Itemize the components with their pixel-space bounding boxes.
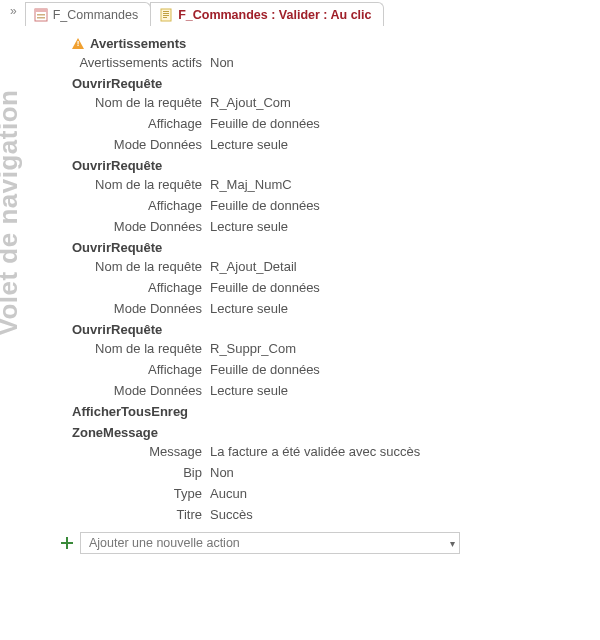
svg-rect-7 — [163, 15, 169, 16]
param-label: Mode Données — [60, 137, 210, 152]
param-value: Feuille de données — [210, 116, 590, 131]
macro-designer: Avertissements Avertissements actifs Non… — [60, 36, 590, 640]
add-action-icon — [60, 536, 74, 550]
param-row[interactable]: TypeAucun — [60, 486, 590, 501]
tab-f-commandes[interactable]: F_Commandes — [25, 2, 151, 26]
svg-rect-6 — [163, 13, 169, 14]
param-value: Succès — [210, 507, 590, 522]
macro-icon — [159, 8, 173, 22]
param-row[interactable]: Avertissements actifs Non — [60, 55, 590, 70]
svg-rect-8 — [163, 17, 167, 18]
param-value: Aucun — [210, 486, 590, 501]
param-row[interactable]: Nom de la requêteR_Ajout_Detail — [60, 259, 590, 274]
tab-strip: F_Commandes F_Commandes : Valider : Au c… — [25, 0, 385, 26]
param-row[interactable]: AffichageFeuille de données — [60, 116, 590, 131]
add-action-select[interactable]: Ajouter une nouvelle action ▾ — [80, 532, 460, 554]
param-value: R_Ajout_Detail — [210, 259, 590, 274]
macro-action[interactable]: ZoneMessage — [72, 425, 590, 440]
add-action-placeholder: Ajouter une nouvelle action — [89, 536, 240, 550]
param-label: Mode Données — [60, 383, 210, 398]
param-row[interactable]: Nom de la requêteR_Ajout_Com — [60, 95, 590, 110]
param-label: Avertissements actifs — [60, 55, 210, 70]
param-value: Non — [210, 465, 590, 480]
param-label: Affichage — [60, 280, 210, 295]
param-value: Lecture seule — [210, 137, 590, 152]
param-label: Type — [60, 486, 210, 501]
param-row[interactable]: AffichageFeuille de données — [60, 198, 590, 213]
warnings-action[interactable]: Avertissements — [72, 36, 590, 51]
param-label: Nom de la requête — [60, 259, 210, 274]
nav-pane-toggle[interactable]: » — [8, 0, 17, 18]
param-label: Message — [60, 444, 210, 459]
param-label: Mode Données — [60, 301, 210, 316]
param-label: Affichage — [60, 198, 210, 213]
param-row[interactable]: Mode DonnéesLecture seule — [60, 137, 590, 152]
param-label: Nom de la requête — [60, 95, 210, 110]
param-row[interactable]: BipNon — [60, 465, 590, 480]
param-label: Affichage — [60, 362, 210, 377]
param-row[interactable]: AffichageFeuille de données — [60, 280, 590, 295]
param-value: R_Maj_NumC — [210, 177, 590, 192]
tab-macro-valider[interactable]: F_Commandes : Valider : Au clic — [150, 2, 384, 26]
tab-label: F_Commandes : Valider : Au clic — [178, 8, 371, 22]
param-label: Bip — [60, 465, 210, 480]
param-value: Feuille de données — [210, 198, 590, 213]
param-row[interactable]: Mode DonnéesLecture seule — [60, 219, 590, 234]
param-row[interactable]: Nom de la requêteR_Suppr_Com — [60, 341, 590, 356]
param-value: Feuille de données — [210, 362, 590, 377]
warning-icon — [72, 38, 84, 49]
param-value: Lecture seule — [210, 219, 590, 234]
nav-pane-collapsed[interactable]: Volet de navigation — [0, 90, 24, 336]
svg-rect-1 — [35, 9, 47, 12]
param-value: R_Ajout_Com — [210, 95, 590, 110]
macro-action[interactable]: OuvrirRequête — [72, 158, 590, 173]
tab-label: F_Commandes — [53, 8, 138, 22]
macro-action[interactable]: OuvrirRequête — [72, 322, 590, 337]
param-value: Feuille de données — [210, 280, 590, 295]
form-icon — [34, 8, 48, 22]
macro-action[interactable]: AfficherTousEnreg — [72, 404, 590, 419]
chevron-down-icon: ▾ — [450, 538, 455, 549]
param-row[interactable]: TitreSuccès — [60, 507, 590, 522]
param-value: Lecture seule — [210, 383, 590, 398]
param-row[interactable]: Nom de la requêteR_Maj_NumC — [60, 177, 590, 192]
param-row[interactable]: Mode DonnéesLecture seule — [60, 301, 590, 316]
param-row[interactable]: MessageLa facture a été validée avec suc… — [60, 444, 590, 459]
svg-rect-3 — [37, 17, 45, 19]
svg-rect-5 — [163, 11, 169, 12]
param-label: Affichage — [60, 116, 210, 131]
param-value: Lecture seule — [210, 301, 590, 316]
param-label: Titre — [60, 507, 210, 522]
param-value: La facture a été validée avec succès — [210, 444, 590, 459]
param-label: Mode Données — [60, 219, 210, 234]
warnings-title: Avertissements — [90, 36, 186, 51]
svg-rect-2 — [37, 14, 45, 16]
param-row[interactable]: Mode DonnéesLecture seule — [60, 383, 590, 398]
param-row[interactable]: AffichageFeuille de données — [60, 362, 590, 377]
macro-action[interactable]: OuvrirRequête — [72, 240, 590, 255]
param-value: Non — [210, 55, 590, 70]
param-value: R_Suppr_Com — [210, 341, 590, 356]
param-label: Nom de la requête — [60, 177, 210, 192]
param-label: Nom de la requête — [60, 341, 210, 356]
macro-action[interactable]: OuvrirRequête — [72, 76, 590, 91]
